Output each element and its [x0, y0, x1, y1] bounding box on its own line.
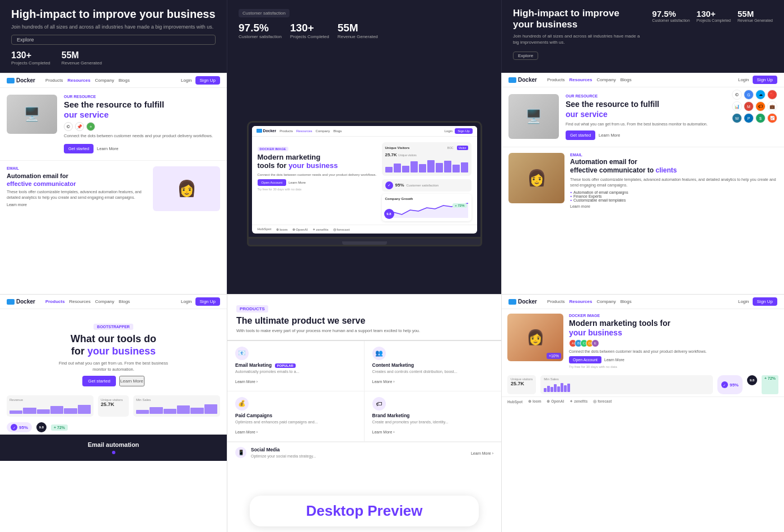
auto-image: 👩: [153, 166, 220, 211]
lp-nav-company[interactable]: Company: [316, 129, 330, 133]
bl-learn-more[interactable]: Learn More: [119, 376, 144, 386]
bl-unique-stat: Unique visitors 25.7K: [98, 395, 129, 417]
login-button[interactable]: Login: [181, 78, 192, 83]
email-learn-more[interactable]: Learn More ›: [235, 380, 258, 384]
mr-get-started[interactable]: Get started: [566, 130, 595, 140]
hero-sub-tr: Join hundreds of all sizes and across al…: [513, 33, 641, 45]
docker-navbar: Docker Products Resources Company Blogs …: [0, 73, 227, 88]
paid-learn-more[interactable]: Learn More ›: [235, 430, 258, 434]
hero-title-tr: High-impact to improve your business: [513, 8, 641, 31]
stat-revenue-tr: 55M Revenue Generated: [738, 9, 773, 22]
mr-resource-body: 🖥️ OUR RESOURCE See the resource to fulf…: [502, 87, 784, 147]
icon-3: +: [86, 122, 95, 131]
stat-num: 130+: [290, 22, 329, 34]
icon-1: ©: [64, 122, 73, 131]
br-learn-more[interactable]: Learn More: [604, 358, 624, 362]
bl-nav-company[interactable]: Company: [95, 299, 114, 304]
satisfaction-badge: Customer satisfaction: [239, 9, 290, 17]
br-partners: HubSpot ⊕ loom ⊗ OpenAI ✦ zenefits ◎ for…: [502, 396, 784, 406]
bl-nav-products[interactable]: Products: [45, 299, 65, 304]
mr-image: 🖥️: [508, 94, 559, 139]
mra-list: Automation of email campaigns Finance Ex…: [570, 190, 777, 202]
mr-signup[interactable]: Sign Up: [753, 76, 777, 84]
bl-stats-row: Revenue Unique visitors 25.7K Min Sales: [0, 392, 227, 420]
bl-signup[interactable]: Sign Up: [195, 297, 220, 306]
bl-get-started[interactable]: Get started: [82, 376, 116, 386]
auto-title-2: effective communicator: [7, 180, 76, 187]
bl-login[interactable]: Login: [181, 299, 192, 304]
resource-image: 🖥️: [7, 95, 57, 134]
br-nav-blogs[interactable]: Blogs: [620, 299, 632, 304]
stat-label: Revenue Generated: [62, 60, 102, 66]
nav-blogs[interactable]: Blogs: [119, 78, 130, 83]
br-open-account[interactable]: Open Account: [569, 356, 601, 363]
mra-list-item-3: Customizable email templates: [570, 198, 777, 202]
nav-resources[interactable]: Resources: [67, 78, 90, 83]
lp-signup[interactable]: Sign Up: [455, 128, 472, 134]
br-nav-company[interactable]: Company: [596, 299, 615, 304]
bl-nav-resources[interactable]: Resources: [69, 299, 91, 304]
bl-title-2: for: [71, 346, 85, 357]
score-circle: 9.8: [384, 209, 394, 219]
docker-logo-br: Docker: [508, 298, 537, 305]
mr-nav-company[interactable]: Company: [596, 77, 615, 82]
service-brand: 🏷 Brand Marketing Create and promotes yo…: [365, 391, 502, 442]
lh-open-account[interactable]: Open Account: [258, 179, 287, 186]
mra-list-item-1: Automation of email campaigns: [570, 190, 777, 194]
top-left-hero: High-impact to improve your business Joi…: [0, 0, 227, 73]
brand-learn-more[interactable]: Learn More ›: [372, 430, 395, 434]
mr-nav-resources[interactable]: Resources: [569, 77, 592, 82]
get-started-button[interactable]: Get started: [64, 144, 94, 153]
mr-nav-blogs[interactable]: Blogs: [620, 77, 632, 82]
mra-learn-more[interactable]: Learn more: [570, 204, 777, 208]
nav-products[interactable]: Products: [45, 78, 63, 83]
bl-desc: Find out what you can get from us. From …: [58, 361, 170, 372]
mr-learn-more[interactable]: Learn More: [599, 133, 620, 138]
br-desc: Connect the dots between customer leads …: [569, 349, 778, 354]
br-nav-products[interactable]: Products: [547, 299, 565, 304]
learn-more-button[interactable]: Learn More: [97, 146, 118, 151]
desktop-preview-bar: Desktop Preview: [250, 496, 479, 526]
hero-title: High-impact to improve your business: [11, 7, 216, 21]
mra-title-2: effective communicator to: [570, 166, 654, 174]
lp-nav-resources[interactable]: Resources: [296, 129, 312, 133]
bc-services-grid: 📧 Email Marketing POPULAR Automatically …: [227, 341, 501, 442]
stat-label: Projects Completed: [11, 60, 50, 66]
partner-hubspot: HubSpot: [258, 227, 272, 231]
lh-learn-more[interactable]: Learn More: [288, 181, 306, 184]
lp-nav-blogs[interactable]: Blogs: [333, 129, 342, 133]
docker-logo: Docker: [7, 77, 35, 83]
mr-nav-products[interactable]: Products: [547, 77, 565, 82]
partner-zenefits: ✦ zenefits: [312, 227, 329, 231]
bl-nav-blogs[interactable]: Blogs: [119, 299, 130, 304]
bc-top: PRODUCTS The ultimate product we serve W…: [227, 295, 501, 341]
docker-logo-mr: Docker: [508, 77, 537, 83]
lp-login[interactable]: Login: [444, 129, 452, 133]
mr-automation-section: 👩 EMAIL Automation email for effective c…: [502, 147, 784, 214]
bot-right-docker: Docker Products Resources Company Blogs …: [501, 294, 784, 532]
stat-satisfaction-tr: 97.5% Customer satisfaction: [652, 9, 690, 22]
social-desc: Optimize your social media strategy...: [251, 454, 316, 459]
explore-button-tr[interactable]: Explore: [513, 52, 538, 60]
content-learn-more[interactable]: Learn More ›: [372, 380, 395, 384]
service-social: 📱 Social Media Optimize your social medi…: [227, 442, 501, 465]
bl-satisfaction-badge: ✓ 95%: [7, 422, 32, 432]
mr-title-purple: our service: [566, 110, 608, 119]
stat-revenue: 55M Revenue Generated: [338, 22, 378, 39]
nav-company[interactable]: Company: [95, 78, 114, 83]
unique-visitors-stat: 25.7K Unique visitors: [385, 152, 468, 157]
explore-button[interactable]: Explore: [11, 35, 216, 45]
social-learn-more[interactable]: Learn More ›: [471, 451, 493, 455]
br-nav-resources[interactable]: Resources: [569, 299, 592, 304]
lp-nav-products[interactable]: Products: [279, 129, 293, 133]
lh-title-1: Modern marketing: [258, 153, 321, 161]
br-login[interactable]: Login: [738, 299, 749, 304]
signup-button[interactable]: Sign Up: [195, 76, 220, 85]
stat-label: Projects Completed: [290, 34, 329, 39]
content-desc: Creates and controls content distributio…: [372, 369, 494, 374]
auto-learn-more[interactable]: Learn more: [7, 203, 146, 207]
stat-label: Customer satisfaction: [239, 34, 282, 39]
mr-title-1: See the resource to fulfill: [566, 100, 659, 109]
br-signup[interactable]: Sign Up: [753, 297, 777, 306]
mr-login[interactable]: Login: [738, 77, 749, 82]
